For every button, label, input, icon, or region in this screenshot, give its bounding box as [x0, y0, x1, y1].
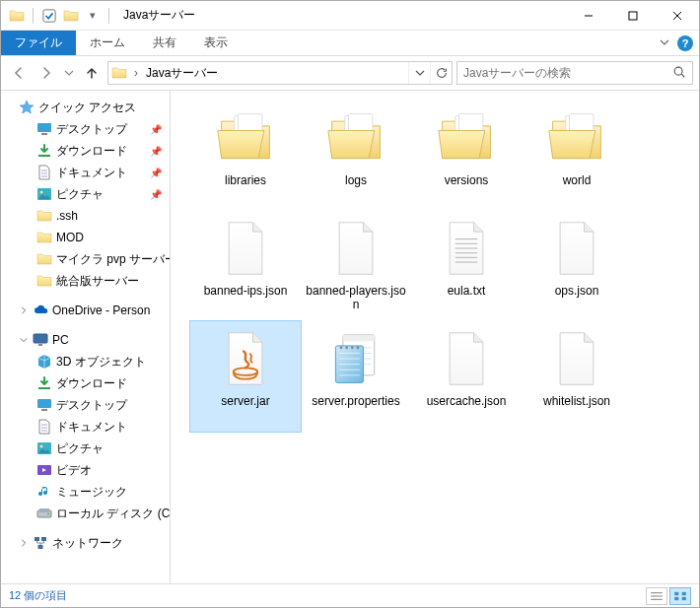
sidebar-quick-access-item[interactable]: MOD	[1, 227, 170, 248]
ribbon: ファイル ホーム 共有 表示 ?	[1, 31, 699, 56]
desktop-icon	[36, 121, 52, 137]
sidebar-pc-item[interactable]: ドキュメント	[1, 416, 170, 438]
address-refresh-icon[interactable]	[430, 62, 452, 84]
item-label: world	[563, 173, 592, 187]
sidebar-pc-item[interactable]: ダウンロード	[1, 372, 170, 394]
pictures-icon	[36, 186, 52, 202]
sidebar-pc-item[interactable]: ピクチャ	[1, 438, 170, 459]
address-folder-icon	[108, 65, 130, 81]
item-label: ops.json	[555, 284, 599, 298]
ribbon-tab-home[interactable]: ホーム	[76, 31, 139, 55]
sidebar-item-label: MOD	[56, 231, 84, 244]
sidebar-item-label: 統合版サーバー	[56, 273, 139, 290]
file-icon	[545, 327, 608, 390]
sidebar-pc-item[interactable]: ビデオ	[1, 459, 170, 481]
file-item[interactable]: whitelist.json	[522, 321, 632, 432]
search-icon[interactable]	[672, 65, 686, 82]
ribbon-tab-view[interactable]: 表示	[190, 31, 242, 55]
sidebar-onedrive[interactable]: OneDrive - Person	[1, 300, 170, 321]
item-label: libraries	[225, 173, 266, 187]
folder-app-icon	[9, 8, 25, 24]
view-details-button[interactable]	[646, 587, 667, 605]
folder-item[interactable]: versions	[411, 101, 522, 211]
sidebar-quick-access-item[interactable]: ピクチャ📌	[1, 183, 170, 205]
qat-newfolder-icon[interactable]	[63, 8, 79, 24]
file-item[interactable]: usercache.json	[411, 321, 522, 432]
pin-icon: 📌	[150, 168, 162, 178]
chevron-down-icon[interactable]	[19, 336, 29, 344]
sidebar-item-label: デスクトップ	[56, 121, 127, 138]
sidebar-quick-access-item[interactable]: ドキュメント📌	[1, 162, 170, 183]
file-item[interactable]: eula.txt	[411, 211, 522, 321]
status-bar: 12 個の項目	[1, 583, 699, 607]
folder-icon	[36, 208, 52, 224]
item-label: logs	[345, 173, 367, 187]
sidebar-pc-item[interactable]: デスクトップ	[1, 394, 170, 416]
pc-icon	[33, 332, 48, 348]
file-item[interactable]: banned-ips.json	[190, 211, 301, 321]
address-dropdown-icon[interactable]	[408, 62, 430, 84]
sidebar-item-label: ピクチャ	[56, 186, 104, 203]
file-item[interactable]: server.jar	[190, 321, 301, 432]
file-item[interactable]: banned-players.json	[301, 211, 411, 321]
ribbon-tab-file[interactable]: ファイル	[1, 31, 76, 55]
address-bar[interactable]: › Javaサーバー	[107, 61, 453, 85]
file-icon	[545, 217, 608, 280]
search-box[interactable]	[456, 61, 693, 85]
sidebar-quick-access-item[interactable]: デスクトップ📌	[1, 118, 170, 140]
sidebar-label: ネットワーク	[52, 535, 123, 552]
chevron-right-icon[interactable]	[19, 306, 29, 314]
nav-bar: › Javaサーバー	[1, 56, 699, 90]
pin-icon: 📌	[150, 189, 162, 200]
sidebar-pc-item[interactable]: ローカル ディスク (C	[1, 503, 170, 524]
sidebar-pc-item[interactable]: 3D オブジェクト	[1, 351, 170, 372]
minimize-button[interactable]	[566, 1, 610, 30]
sidebar-quick-access-item[interactable]: .ssh	[1, 205, 170, 227]
file-icon	[324, 217, 387, 280]
ribbon-expand-icon[interactable]	[660, 36, 669, 50]
nav-back-button[interactable]	[7, 61, 31, 85]
item-label: server.jar	[221, 394, 269, 408]
text-icon	[435, 217, 498, 280]
breadcrumb-sep-icon[interactable]: ›	[130, 66, 142, 80]
sidebar-item-label: ドキュメント	[56, 165, 127, 181]
qat-properties-icon[interactable]	[41, 8, 57, 24]
3d-icon	[36, 354, 52, 370]
pin-icon: 📌	[150, 146, 162, 157]
title-bar: ▾ Javaサーバー	[1, 1, 699, 31]
search-input[interactable]	[463, 66, 672, 80]
maximize-button[interactable]	[610, 1, 655, 30]
folder-item[interactable]: logs	[301, 101, 411, 211]
folder-item[interactable]: libraries	[190, 101, 301, 211]
breadcrumb-segment[interactable]: Javaサーバー	[142, 65, 222, 82]
sidebar-quick-access-item[interactable]: ダウンロード📌	[1, 140, 170, 162]
item-label: eula.txt	[448, 284, 486, 298]
pictures-icon	[36, 440, 52, 456]
sidebar-quick-access[interactable]: クイック アクセス	[1, 97, 170, 118]
sidebar-network[interactable]: ネットワーク	[1, 532, 170, 554]
sidebar-quick-access-item[interactable]: マイクラ pvp サーバー	[1, 248, 170, 270]
file-item[interactable]: ops.json	[522, 211, 632, 321]
view-icons-button[interactable]	[669, 587, 691, 605]
qat-divider-2	[108, 8, 109, 24]
sidebar-quick-access-item[interactable]: 統合版サーバー	[1, 270, 170, 292]
item-label: usercache.json	[427, 394, 507, 408]
folder-icon	[36, 273, 52, 289]
sidebar-pc[interactable]: PC	[1, 329, 170, 351]
folder-open-icon	[435, 106, 498, 169]
content-area[interactable]: librarieslogsversionsworldbanned-ips.jso…	[171, 91, 699, 583]
nav-up-button[interactable]	[80, 61, 104, 85]
help-icon[interactable]: ?	[677, 35, 693, 51]
file-item[interactable]: server.properties	[301, 321, 411, 432]
qat-customize-icon[interactable]: ▾	[85, 8, 101, 24]
nav-forward-button[interactable]	[35, 61, 58, 85]
folder-item[interactable]: world	[522, 101, 632, 211]
ribbon-tab-share[interactable]: 共有	[139, 31, 190, 55]
sidebar-pc-item[interactable]: ミュージック	[1, 481, 170, 503]
notepad-icon	[324, 327, 387, 390]
chevron-right-icon[interactable]	[19, 539, 29, 547]
sidebar-label: PC	[52, 333, 69, 347]
close-button[interactable]	[655, 1, 699, 30]
jar-icon	[214, 327, 277, 390]
nav-history-button[interactable]	[62, 61, 76, 85]
